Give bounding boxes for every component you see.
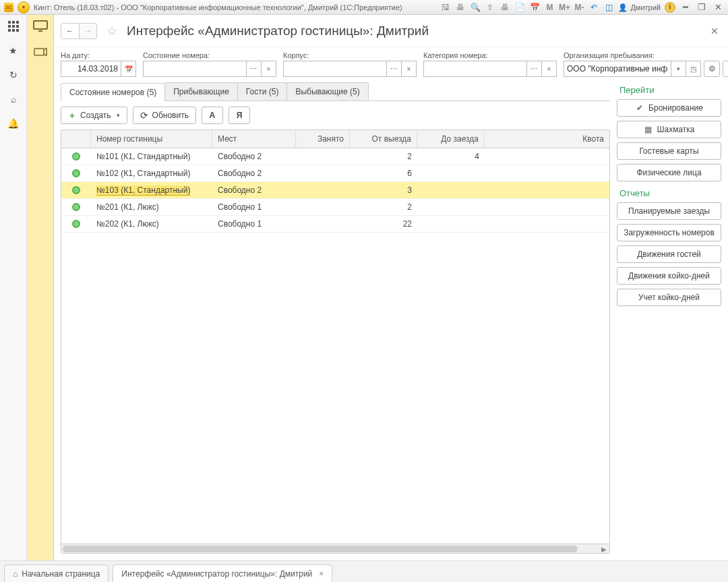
col-places[interactable]: Мест xyxy=(212,130,296,148)
calendar-icon[interactable]: 📅 xyxy=(529,2,540,13)
svg-rect-11 xyxy=(34,49,44,55)
svg-rect-6 xyxy=(8,29,11,32)
nav-back-icon[interactable]: ↶ xyxy=(588,2,599,13)
table-row[interactable]: №101 (К1, Стандартный)Свободно 224 xyxy=(61,148,609,165)
share-icon[interactable] xyxy=(32,45,49,59)
tab-room-status[interactable]: Состояние номеров (5) xyxy=(61,83,165,101)
favorites-icon[interactable]: ★ xyxy=(6,43,21,58)
grid-hscroll[interactable]: ▶ xyxy=(61,544,609,553)
scroll-right-icon[interactable]: ▶ xyxy=(599,544,609,554)
status-select-icon[interactable]: ··· xyxy=(247,61,262,77)
category-clear-icon[interactable]: × xyxy=(542,61,557,77)
tab-close-icon[interactable]: × xyxy=(319,569,324,579)
memory-m[interactable]: М xyxy=(544,2,555,13)
tab-guests[interactable]: Гости (5) xyxy=(237,82,288,100)
status-clear-icon[interactable]: × xyxy=(262,61,276,77)
memory-m-minus[interactable]: М- xyxy=(574,2,584,13)
apps-grid-icon[interactable] xyxy=(6,19,21,34)
svg-rect-1 xyxy=(12,21,15,24)
table-row[interactable]: №202 (К1, Люкс)Свободно 122 xyxy=(61,216,609,233)
notifications-icon[interactable]: 🔔 xyxy=(6,116,21,131)
app-title: Кинт: Отель (18.03.т02) - ООО "Корпорати… xyxy=(34,0,402,15)
preview-icon[interactable]: 🔍 xyxy=(470,2,481,13)
nav-arrows: ← → xyxy=(61,23,97,39)
col-room[interactable]: Номер гостиницы xyxy=(91,130,212,148)
main-menu-dropdown[interactable]: ▾ xyxy=(18,1,30,13)
tab-current[interactable]: Интерфейс «Администратор гостиницы»: Дми… xyxy=(113,564,332,582)
print2-icon[interactable]: 🖶 xyxy=(499,2,510,13)
status-input[interactable] xyxy=(143,61,247,77)
status-dot-icon xyxy=(72,169,80,177)
report-guest-moves[interactable]: Движения гостей xyxy=(617,245,721,263)
grid-header: Номер гостиницы Мест Занято От выезда До… xyxy=(61,130,609,148)
window-close[interactable]: ✕ xyxy=(712,0,724,15)
building-label: Корпус: xyxy=(283,51,417,59)
goto-persons[interactable]: Физические лица xyxy=(617,164,721,181)
goto-booking[interactable]: ✔Бронирование xyxy=(617,99,721,117)
logo-1c: 1C xyxy=(4,3,13,12)
table-row[interactable]: №102 (К1, Стандартный)Свободно 26 xyxy=(61,165,609,182)
doc-icon[interactable]: 📄 xyxy=(514,2,525,13)
window-restore[interactable]: ❐ xyxy=(696,0,708,15)
go-section-title: Перейти xyxy=(619,85,721,95)
tab-home[interactable]: ⌂ Начальная страница xyxy=(4,564,109,582)
report-beddays[interactable]: Учет койко-дней xyxy=(617,289,721,306)
memory-m-plus[interactable]: М+ xyxy=(559,2,570,13)
user-chip[interactable]: 👤Дмитрий xyxy=(618,0,661,15)
org-dropdown-icon[interactable]: ▾ xyxy=(671,61,686,77)
create-button[interactable]: ＋Создать▾ xyxy=(61,107,127,124)
tab-leaving[interactable]: Выбывающие (5) xyxy=(286,82,368,100)
svg-rect-7 xyxy=(12,29,15,32)
favorite-star-icon[interactable]: ☆ xyxy=(104,23,120,39)
upload-icon[interactable]: ⇧ xyxy=(485,2,495,13)
layout-icon[interactable]: ◫ xyxy=(603,2,614,13)
goto-guest-cards[interactable]: Гостевые карты xyxy=(617,142,721,160)
svg-rect-4 xyxy=(12,25,15,28)
refresh-button[interactable]: ⟳Обновить xyxy=(133,107,196,124)
date-input[interactable] xyxy=(61,61,121,77)
history-icon[interactable]: ↻ xyxy=(6,67,21,82)
goto-chessboard[interactable]: ▦Шахматка xyxy=(617,121,721,138)
filters-row: На дату: 📅 Состояние номера: ··· × Корпу… xyxy=(54,47,728,80)
search-icon[interactable]: ⌕ xyxy=(6,92,21,107)
tab-arriving[interactable]: Прибывающие xyxy=(164,82,238,100)
org-open-icon[interactable]: ◳ xyxy=(686,61,701,77)
section-bar xyxy=(27,15,54,560)
report-occupancy[interactable]: Загруженность номеров xyxy=(617,224,721,241)
nav-back[interactable]: ← xyxy=(61,24,79,38)
col-depart[interactable]: От выезда xyxy=(350,130,417,148)
date-label: На дату: xyxy=(61,51,136,59)
date-picker-icon[interactable]: 📅 xyxy=(121,61,136,77)
nav-forward[interactable]: → xyxy=(79,24,96,38)
bottom-tabs: ⌂ Начальная страница Интерфейс «Админист… xyxy=(0,560,728,582)
col-busy[interactable]: Занято xyxy=(296,130,350,148)
category-input[interactable] xyxy=(423,61,527,77)
building-select-icon[interactable]: ··· xyxy=(387,61,402,77)
building-clear-icon[interactable]: × xyxy=(402,61,417,77)
page-close-icon[interactable]: ✕ xyxy=(708,23,721,39)
info-icon[interactable]: i xyxy=(665,2,675,13)
save-icon[interactable]: 🖫 xyxy=(440,2,451,13)
table-row[interactable]: №201 (К1, Люкс)Свободно 12 xyxy=(61,199,609,216)
building-input[interactable] xyxy=(283,61,387,77)
category-select-icon[interactable]: ··· xyxy=(527,61,542,77)
report-planned-arrivals[interactable]: Планируемые заезды xyxy=(617,202,721,220)
window-minimize[interactable]: ━ xyxy=(679,0,692,15)
right-panel: Перейти ✔Бронирование ▦Шахматка Гостевые… xyxy=(617,80,721,554)
monitor-icon[interactable] xyxy=(32,19,49,34)
report-beddays-moves[interactable]: Движения койко-дней xyxy=(617,267,721,285)
svg-rect-2 xyxy=(16,21,19,24)
sort-ya-button[interactable]: Я xyxy=(229,107,250,124)
status-dot-icon xyxy=(72,186,80,194)
print-icon[interactable]: 🖶 xyxy=(455,2,466,13)
svg-rect-9 xyxy=(34,21,47,29)
help-icon[interactable]: ? xyxy=(723,61,728,77)
status-dot-icon xyxy=(72,220,80,228)
settings-icon[interactable]: ⚙ xyxy=(704,61,720,77)
col-quota[interactable]: Квота xyxy=(485,130,609,148)
col-arrive[interactable]: До заезда xyxy=(417,130,485,148)
col-status[interactable] xyxy=(61,130,91,148)
sort-a-button[interactable]: А xyxy=(202,107,223,124)
table-row[interactable]: №103 (К1, Стандартный)Свободно 23 xyxy=(61,182,609,199)
org-input[interactable] xyxy=(564,61,671,77)
